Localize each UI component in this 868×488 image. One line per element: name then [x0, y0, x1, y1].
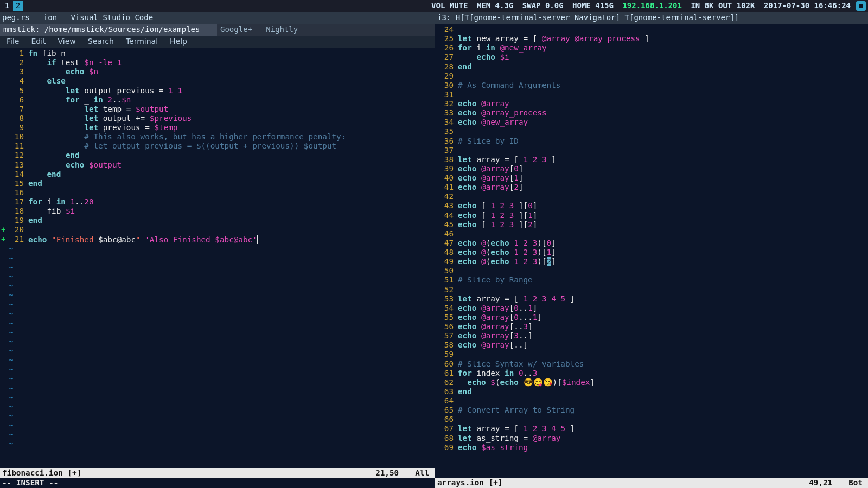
line-number: 15: [9, 179, 28, 188]
tab-inactive[interactable]: Google+ — Nightly: [217, 24, 435, 36]
code-line[interactable]: 27 echo $i: [435, 53, 868, 62]
code-line[interactable]: 57echo @array[3..]: [435, 331, 868, 341]
code-line[interactable]: 54echo @array[0..1]: [435, 304, 868, 313]
code-line[interactable]: 14 end: [0, 170, 435, 179]
empty-line: ~: [0, 374, 435, 383]
code-line[interactable]: 26for i in @new_array: [435, 43, 868, 53]
code-line[interactable]: 47echo @(echo 1 2 3)[0]: [435, 239, 868, 248]
code-line[interactable]: 62 echo $(echo 😎😋😘)[$index]: [435, 378, 868, 387]
code-line[interactable]: 38let array = [ 1 2 3 ]: [435, 155, 868, 164]
code-line[interactable]: 46: [435, 229, 868, 239]
workspace-2[interactable]: 2: [13, 1, 23, 11]
empty-line: ~: [0, 346, 435, 356]
line-number: 16: [9, 188, 28, 197]
code-line[interactable]: 33echo @array_process: [435, 108, 868, 118]
code-line[interactable]: 36# Slice by ID: [435, 137, 868, 146]
code-line[interactable]: 5 let output previous = 1 1: [0, 86, 435, 95]
code-line[interactable]: 65# Convert Array to String: [435, 406, 868, 415]
line-number: 57: [435, 331, 458, 341]
code-line[interactable]: 8 let output += $previous: [0, 114, 435, 123]
code-line[interactable]: 41echo @array[2]: [435, 183, 868, 192]
code-line[interactable]: 19end: [0, 216, 435, 225]
code-line[interactable]: 50: [435, 266, 868, 275]
editor-right[interactable]: 2425let new_array = [ @array @array_proc…: [435, 24, 868, 478]
menu-edit[interactable]: Edit: [31, 37, 46, 46]
code-line[interactable]: 17for i in 1..20: [0, 197, 435, 207]
empty-line: ~: [0, 245, 435, 254]
code-line[interactable]: 40echo @array[1]: [435, 174, 868, 183]
code-line[interactable]: 31: [435, 90, 868, 99]
code-line[interactable]: 44echo [ 1 2 3 ][1]: [435, 211, 868, 220]
menu-file[interactable]: File: [7, 37, 19, 46]
code-line[interactable]: 34echo @new_array: [435, 118, 868, 127]
code-content: echo $n: [28, 67, 435, 76]
menu-terminal[interactable]: Terminal: [126, 37, 158, 46]
editor-left[interactable]: 1fn fib n 2 if test $n -le 1 3 echo $n 4…: [0, 48, 435, 468]
code-line[interactable]: 1fn fib n: [0, 49, 435, 58]
code-line[interactable]: 67let array = [ 1 2 3 4 5 ]: [435, 424, 868, 433]
code-line[interactable]: 56echo @array[..3]: [435, 322, 868, 331]
code-line[interactable]: 2 if test $n -le 1: [0, 58, 435, 67]
menu-help[interactable]: Help: [170, 37, 187, 46]
code-line[interactable]: 61for index in 0..3: [435, 369, 868, 378]
code-line[interactable]: 3 echo $n: [0, 67, 435, 76]
code-line[interactable]: 69echo $as_string: [435, 443, 868, 452]
tray-icon[interactable]: [856, 1, 866, 11]
code-line[interactable]: +20: [0, 225, 435, 234]
code-content: for index in 0..3: [458, 369, 868, 378]
workspace-1[interactable]: 1: [2, 1, 12, 11]
code-line[interactable]: 30# As Command Arguments: [435, 81, 868, 90]
code-line[interactable]: 24: [435, 25, 868, 34]
code-line[interactable]: +21echo "Finished $abc@abc" 'Also Finish…: [0, 235, 435, 245]
line-number: 1: [9, 49, 28, 58]
code-content: end: [28, 151, 435, 160]
gutter-sign: [0, 197, 9, 207]
code-line[interactable]: 49echo @(echo 1 2 3)[2]: [435, 257, 868, 266]
code-line[interactable]: 55echo @array[0...1]: [435, 313, 868, 322]
gutter-sign: [0, 123, 9, 132]
code-line[interactable]: 58echo @array[..]: [435, 341, 868, 350]
code-line[interactable]: 4 else: [0, 76, 435, 86]
code-line[interactable]: 25let new_array = [ @array @array_proces…: [435, 34, 868, 43]
code-line[interactable]: 12 end: [0, 151, 435, 160]
code-line[interactable]: 43echo [ 1 2 3 ][0]: [435, 201, 868, 210]
code-line[interactable]: 59: [435, 350, 868, 359]
code-content: # Slice by Range: [458, 275, 868, 285]
code-content: end: [28, 170, 435, 179]
code-content: let previous = $temp: [28, 123, 435, 132]
empty-line: ~: [0, 356, 435, 365]
line-number: 50: [435, 266, 458, 275]
code-line[interactable]: 11 # let output previous = $((output + p…: [0, 142, 435, 151]
menu-search[interactable]: Search: [88, 37, 114, 46]
code-line[interactable]: 37: [435, 146, 868, 155]
code-line[interactable]: 32echo @array: [435, 99, 868, 108]
code-line[interactable]: 13 echo $output: [0, 160, 435, 170]
code-line[interactable]: 68let as_string = @array: [435, 434, 868, 443]
code-line[interactable]: 64: [435, 396, 868, 406]
code-line[interactable]: 15end: [0, 179, 435, 188]
code-line[interactable]: 35: [435, 127, 868, 136]
code-line[interactable]: 29: [435, 72, 868, 81]
code-line[interactable]: 45echo [ 1 2 3 ][2]: [435, 220, 868, 229]
code-line[interactable]: 42: [435, 192, 868, 201]
code-line[interactable]: 66: [435, 415, 868, 424]
code-line[interactable]: 6 for _ in 2..$n: [0, 95, 435, 105]
menu-view[interactable]: View: [58, 37, 76, 46]
code-line[interactable]: 52: [435, 285, 868, 294]
code-line[interactable]: 7 let temp = $output: [0, 105, 435, 114]
code-content: echo @(echo 1 2 3)[2]: [458, 257, 868, 266]
code-line[interactable]: 63end: [435, 387, 868, 396]
swap-status: SWAP 0.0G: [522, 1, 564, 10]
code-line[interactable]: 28end: [435, 62, 868, 72]
code-line[interactable]: 9 let previous = $temp: [0, 123, 435, 132]
tab-active[interactable]: mmstick: /home/mmstick/Sources/ion/examp…: [0, 24, 217, 36]
code-line[interactable]: 53let array = [ 1 2 3 4 5 ]: [435, 294, 868, 304]
code-line[interactable]: 10 # This also works, but has a higher p…: [0, 132, 435, 142]
gutter-sign: [0, 216, 9, 225]
code-line[interactable]: 60# Slice Syntax w/ variables: [435, 359, 868, 369]
code-line[interactable]: 39echo @array[0]: [435, 164, 868, 174]
code-line[interactable]: 16: [0, 188, 435, 197]
code-line[interactable]: 48echo @(echo 1 2 3)[1]: [435, 248, 868, 257]
code-line[interactable]: 51# Slice by Range: [435, 275, 868, 285]
code-line[interactable]: 18 fib $i: [0, 207, 435, 216]
